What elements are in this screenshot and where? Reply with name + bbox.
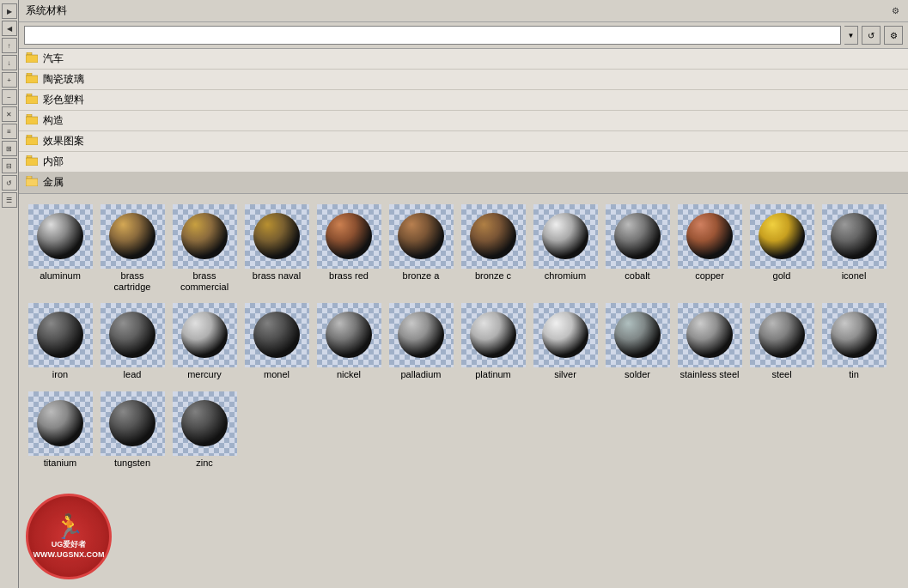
material-item-silver[interactable]: silver bbox=[531, 300, 600, 384]
material-thumb-mercury bbox=[173, 303, 237, 367]
material-item-brass-commercial[interactable]: brass commercial bbox=[170, 201, 239, 296]
material-item-stainless-steel[interactable]: stainless steel bbox=[675, 300, 744, 384]
toolbar-btn-12[interactable]: ☰ bbox=[2, 192, 17, 208]
svg-point-36 bbox=[759, 312, 805, 358]
material-label-gold: gold bbox=[773, 270, 791, 282]
material-item-brass-naval[interactable]: brass naval bbox=[242, 201, 311, 296]
material-item-titanium[interactable]: titanium bbox=[26, 388, 94, 472]
toolbar-btn-7[interactable]: ✕ bbox=[2, 106, 17, 122]
toolbar-btn-11[interactable]: ↺ bbox=[2, 175, 17, 191]
search-dropdown-arrow[interactable]: ▼ bbox=[844, 26, 858, 45]
svg-rect-3 bbox=[26, 76, 38, 83]
material-thumb-lead bbox=[101, 303, 165, 367]
tree-item-label-1: 陶瓷玻璃 bbox=[43, 72, 84, 87]
tree-item-3[interactable]: 构造 bbox=[19, 111, 908, 131]
toolbar-btn-4[interactable]: ↓ bbox=[2, 55, 17, 70]
material-label-tungsten: tungsten bbox=[114, 458, 150, 469]
material-item-bronze-a[interactable]: bronze a bbox=[387, 201, 455, 296]
tree-panel: 汽车陶瓷玻璃彩色塑料构造效果图案内部金属 bbox=[19, 49, 908, 194]
material-thumb-palladium bbox=[389, 303, 454, 367]
material-label-silver: silver bbox=[554, 369, 576, 380]
svg-point-19 bbox=[398, 213, 444, 259]
svg-point-21 bbox=[542, 213, 588, 259]
toolbar-btn-5[interactable]: + bbox=[2, 72, 17, 88]
material-label-brass-commercial: brass commercial bbox=[174, 270, 235, 293]
material-item-bronze-c[interactable]: bronze c bbox=[459, 201, 527, 296]
folder-icon-0 bbox=[26, 52, 43, 65]
app-title: 系统材料 bbox=[26, 3, 67, 18]
title-bar: 系统材料 ⚙ bbox=[19, 0, 908, 22]
material-item-brass-red[interactable]: brass red bbox=[314, 201, 383, 296]
materials-area[interactable]: aluminumbrass cartridgebrass commercialb… bbox=[19, 194, 908, 588]
tree-item-4[interactable]: 效果图案 bbox=[19, 131, 908, 152]
material-item-steel[interactable]: steel bbox=[747, 300, 816, 384]
material-thumb-brass-naval bbox=[245, 204, 309, 269]
search-settings-btn[interactable]: ⚙ bbox=[884, 26, 903, 45]
toolbar-btn-2[interactable]: ◀ bbox=[2, 21, 17, 36]
toolbar-btn-10[interactable]: ⊟ bbox=[2, 158, 17, 173]
svg-point-25 bbox=[831, 213, 877, 259]
material-thumb-aluminum bbox=[28, 204, 93, 269]
tree-item-0[interactable]: 汽车 bbox=[19, 49, 908, 70]
toolbar-btn-9[interactable]: ⊞ bbox=[2, 141, 17, 156]
material-item-tungsten[interactable]: tungsten bbox=[98, 388, 167, 472]
svg-point-33 bbox=[542, 312, 588, 358]
material-thumb-solder bbox=[606, 303, 670, 367]
material-item-nickel[interactable]: nickel bbox=[314, 300, 383, 384]
svg-rect-5 bbox=[26, 96, 38, 104]
material-item-chromium[interactable]: chromium bbox=[531, 201, 600, 296]
settings-icon[interactable]: ⚙ bbox=[889, 5, 901, 17]
material-label-cobalt: cobalt bbox=[625, 270, 649, 282]
material-label-nickel: nickel bbox=[337, 369, 361, 380]
material-item-gold[interactable]: gold bbox=[747, 201, 816, 296]
folder-icon-5 bbox=[26, 155, 43, 168]
material-thumb-platinum bbox=[461, 303, 526, 367]
svg-point-39 bbox=[109, 400, 155, 446]
material-label-brass-cartridge: brass cartridge bbox=[101, 270, 163, 293]
watermark-text-1: UG爱好者 bbox=[52, 539, 87, 550]
svg-rect-4 bbox=[27, 94, 32, 96]
toolbar-btn-8[interactable]: ≡ bbox=[2, 124, 17, 139]
toolbar-btn-6[interactable]: − bbox=[2, 89, 17, 105]
material-item-iconel[interactable]: iconel bbox=[820, 201, 888, 296]
toolbar-btn-3[interactable]: ↑ bbox=[2, 38, 17, 53]
material-thumb-tungsten bbox=[101, 391, 165, 456]
material-item-mercury[interactable]: mercury bbox=[170, 300, 239, 384]
material-item-platinum[interactable]: platinum bbox=[459, 300, 527, 384]
material-item-cobalt[interactable]: cobalt bbox=[603, 201, 672, 296]
material-item-palladium[interactable]: palladium bbox=[387, 300, 455, 384]
material-thumb-bronze-a bbox=[389, 204, 454, 269]
tree-item-6[interactable]: 金属 bbox=[19, 173, 908, 193]
tree-item-5[interactable]: 内部 bbox=[19, 152, 908, 173]
material-thumb-iron bbox=[28, 303, 93, 367]
material-thumb-nickel bbox=[317, 303, 381, 367]
svg-rect-7 bbox=[26, 117, 38, 124]
toolbar-btn-1[interactable]: ▶ bbox=[2, 3, 17, 19]
material-thumb-zinc bbox=[173, 391, 237, 456]
material-label-bronze-a: bronze a bbox=[403, 270, 440, 282]
watermark-circle: 🏃 UG爱好者 WWW.UGSNX.COM bbox=[26, 494, 112, 579]
svg-rect-13 bbox=[26, 179, 38, 186]
material-thumb-titanium bbox=[28, 391, 93, 456]
material-label-aluminum: aluminum bbox=[40, 270, 81, 282]
material-item-lead[interactable]: lead bbox=[98, 300, 167, 384]
material-item-zinc[interactable]: zinc bbox=[170, 388, 239, 472]
material-item-iron[interactable]: iron bbox=[26, 300, 94, 384]
search-input[interactable] bbox=[24, 26, 841, 45]
material-item-tin[interactable]: tin bbox=[820, 300, 888, 384]
folder-icon-6 bbox=[26, 176, 43, 189]
folder-icon-2 bbox=[26, 94, 43, 106]
material-item-brass-cartridge[interactable]: brass cartridge bbox=[98, 201, 167, 296]
material-item-aluminum[interactable]: aluminum bbox=[26, 201, 94, 296]
svg-rect-10 bbox=[27, 155, 32, 158]
svg-point-32 bbox=[470, 312, 516, 358]
material-label-lead: lead bbox=[124, 369, 142, 380]
search-refresh-btn[interactable]: ↺ bbox=[862, 26, 881, 45]
material-label-palladium: palladium bbox=[400, 369, 441, 380]
tree-item-2[interactable]: 彩色塑料 bbox=[19, 90, 908, 111]
material-item-monel[interactable]: monel bbox=[242, 300, 311, 384]
material-item-solder[interactable]: solder bbox=[603, 300, 672, 384]
material-item-copper[interactable]: copper bbox=[675, 201, 744, 296]
tree-item-1[interactable]: 陶瓷玻璃 bbox=[19, 70, 908, 90]
svg-point-29 bbox=[253, 312, 300, 358]
